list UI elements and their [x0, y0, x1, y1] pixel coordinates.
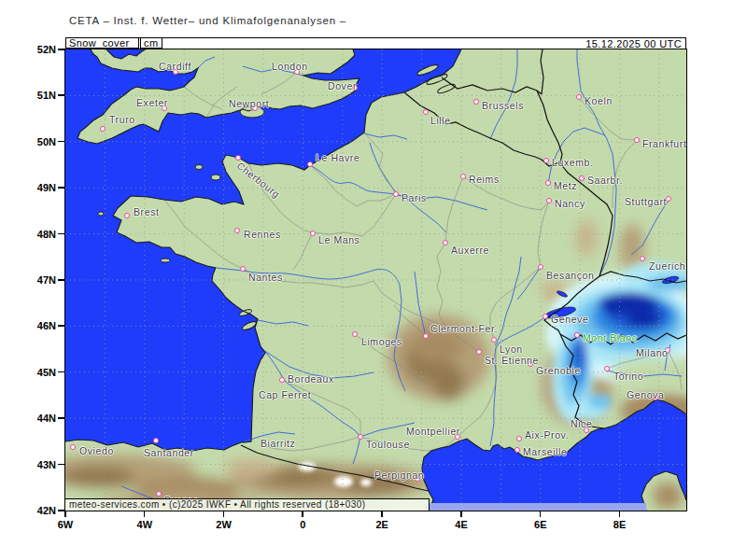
lat-tick-label: 46N: [21, 320, 56, 331]
lat-tick-label: 48N: [21, 229, 56, 240]
product-unit-box: cm: [140, 37, 162, 49]
lat-tick: [58, 141, 64, 143]
lon-tick-label: 4W: [126, 519, 163, 530]
lat-tick: [58, 325, 64, 327]
lat-tick: [58, 233, 64, 235]
lat-tick-label: 47N: [21, 274, 56, 286]
product-info-bar: Snow_cover_cm 15.12.2025 00 UTC: [65, 37, 686, 50]
lon-tick: [144, 511, 146, 517]
lat-tick: [58, 464, 64, 466]
lon-tick-label: 6W: [47, 519, 84, 530]
lon-tick: [381, 511, 383, 517]
lon-tick: [619, 511, 621, 517]
lat-tick-label: 43N: [21, 459, 56, 470]
lon-tick-label: 2E: [363, 519, 401, 530]
map-area: CardiffLondonDoverTruroExeterNewportLill…: [65, 49, 686, 511]
product-name-box: Snow_cover_: [65, 37, 139, 49]
weather-map-page: CETA – Inst. f. Wetter– und Klimafolgena…: [0, 0, 747, 560]
page-title: CETA – Inst. f. Wetter– und Klimafolgena…: [69, 15, 346, 26]
lat-tick: [58, 510, 64, 511]
lat-tick: [58, 49, 64, 50]
lat-tick-label: 44N: [21, 413, 56, 424]
lon-tick: [223, 511, 225, 517]
lon-tick-label: 0: [284, 519, 321, 530]
lon-tick: [460, 511, 462, 517]
lat-tick: [58, 279, 64, 281]
lon-tick: [302, 511, 303, 517]
lat-tick-label: 51N: [21, 90, 56, 101]
lon-tick-label: 2W: [205, 519, 243, 530]
lon-tick-label: 6E: [522, 519, 559, 530]
lon-tick: [540, 511, 542, 517]
lat-tick-label: 45N: [21, 367, 56, 378]
lat-tick-label: 49N: [21, 182, 56, 193]
map-svg: [65, 49, 686, 511]
lat-tick: [58, 94, 64, 96]
lat-tick: [58, 371, 64, 373]
shelf-strip: [425, 503, 646, 511]
lat-tick-label: 52N: [21, 44, 56, 55]
copyright-box: meteo-services.com • (c)2025 IWKF • All …: [65, 498, 430, 511]
lat-tick: [58, 417, 64, 419]
lat-tick: [58, 187, 64, 189]
lat-tick-label: 50N: [21, 136, 56, 147]
lat-tick-label: 42N: [21, 505, 56, 516]
lon-tick: [64, 511, 66, 517]
run-datetime: 15.12.2025 00 UTC: [585, 38, 682, 49]
lon-tick-label: 8E: [601, 519, 639, 530]
lon-tick-label: 4E: [443, 519, 480, 530]
